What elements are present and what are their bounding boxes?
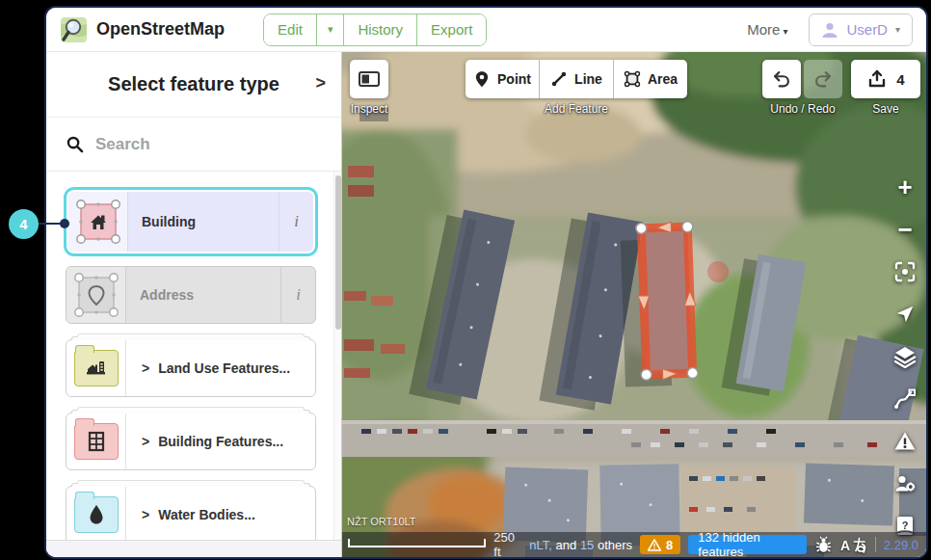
category-label: Building Features... bbox=[158, 434, 283, 449]
land-use-folder-icon bbox=[66, 340, 126, 396]
address-preset-icon bbox=[66, 267, 126, 323]
add-feature-label: Add Feature bbox=[466, 102, 687, 116]
edit-dropdown-caret[interactable]: ▾ bbox=[317, 14, 345, 45]
brand-title: OpenStreetMap bbox=[96, 19, 225, 40]
user-name: UserD bbox=[846, 21, 888, 38]
building-features-folder-icon bbox=[66, 413, 126, 469]
area-icon bbox=[624, 70, 641, 88]
inspect-label: Inspect bbox=[342, 102, 396, 116]
geolocate-button[interactable] bbox=[891, 301, 918, 327]
sidebar-footer bbox=[46, 540, 341, 557]
app-window: OpenStreetMap Edit ▾ History Export More… bbox=[46, 8, 926, 557]
topbar-right: More▾ UserD ▾ bbox=[747, 13, 913, 46]
attribution-link[interactable]: nLT, bbox=[529, 538, 552, 552]
expand-chevron-icon: > bbox=[142, 434, 149, 449]
user-settings-icon bbox=[893, 472, 917, 495]
collapse-chevron-icon[interactable]: > bbox=[315, 73, 326, 93]
selected-building-overlay bbox=[635, 222, 699, 381]
report-bug-icon[interactable] bbox=[814, 536, 833, 554]
top-navbar: OpenStreetMap Edit ▾ History Export More… bbox=[46, 8, 926, 52]
imagery-source-label: NŽT ORT10LT bbox=[347, 516, 416, 527]
page-title: Select feature type bbox=[108, 73, 279, 95]
svg-text:?: ? bbox=[902, 519, 909, 530]
svg-text:A: A bbox=[840, 538, 850, 553]
search-row bbox=[46, 118, 341, 172]
bottombar-divider bbox=[875, 537, 876, 552]
sidebar-header: Select feature type > bbox=[46, 52, 341, 118]
redo-button[interactable] bbox=[804, 60, 842, 98]
issues-count-badge[interactable]: 8 bbox=[640, 535, 680, 554]
feature-item-label: Building bbox=[128, 192, 279, 252]
navigation-arrow-icon bbox=[894, 304, 916, 325]
callout-step-badge: 4 bbox=[9, 209, 39, 239]
add-feature-group: Point Line bbox=[466, 60, 687, 98]
redo-icon bbox=[812, 68, 834, 90]
map-side-toolbar: + − bbox=[891, 173, 918, 539]
info-icon[interactable]: i bbox=[279, 192, 313, 252]
feature-type-list: Building i bbox=[46, 172, 333, 540]
info-icon[interactable]: i bbox=[280, 267, 315, 323]
user-menu-button[interactable]: UserD ▾ bbox=[809, 13, 913, 46]
building-preset-icon bbox=[68, 192, 128, 252]
more-menu-button[interactable]: More▾ bbox=[747, 21, 787, 38]
user-avatar-icon bbox=[821, 21, 838, 39]
category-land-use-features[interactable]: > Land Use Features... bbox=[66, 339, 316, 397]
feature-item-address[interactable]: Address i bbox=[66, 266, 316, 324]
scrollbar-thumb[interactable] bbox=[335, 175, 341, 330]
add-line-button[interactable]: Line bbox=[540, 60, 614, 98]
hidden-features-badge[interactable]: 132 hidden features bbox=[688, 535, 807, 554]
search-input[interactable] bbox=[95, 135, 288, 154]
inspect-button[interactable] bbox=[350, 60, 388, 98]
expand-chevron-icon: > bbox=[142, 507, 149, 522]
save-button[interactable]: 4 bbox=[851, 60, 920, 98]
edit-button[interactable]: Edit bbox=[264, 14, 317, 45]
issues-button[interactable] bbox=[891, 428, 918, 454]
save-upload-icon bbox=[866, 68, 888, 90]
zoom-to-selection-button[interactable] bbox=[891, 258, 918, 284]
save-label: Save bbox=[851, 102, 920, 116]
add-area-button[interactable]: Area bbox=[614, 60, 687, 98]
zoom-out-button[interactable]: − bbox=[891, 216, 918, 242]
version-label[interactable]: 2.29.0 bbox=[884, 538, 920, 552]
save-count-badge: 4 bbox=[896, 71, 904, 88]
category-label: Land Use Features... bbox=[158, 360, 290, 376]
scale-bar bbox=[348, 539, 486, 547]
water-bodies-folder-icon bbox=[66, 487, 126, 540]
screenshot-stage: OpenStreetMap Edit ▾ History Export More… bbox=[0, 0, 931, 560]
map-canvas[interactable]: Inspect Point Line bbox=[342, 52, 926, 557]
undo-icon bbox=[771, 68, 792, 90]
undo-redo-label: Undo / Redo bbox=[747, 102, 859, 116]
osm-brand[interactable]: OpenStreetMap bbox=[60, 15, 225, 44]
sidebar-scrollbar[interactable] bbox=[333, 172, 341, 540]
warning-icon bbox=[648, 539, 661, 551]
sidebar: Select feature type > bbox=[46, 52, 342, 557]
attribution-others-link[interactable]: 15 bbox=[580, 538, 594, 552]
more-caret-icon: ▾ bbox=[783, 26, 787, 37]
map-data-icon bbox=[893, 387, 917, 411]
map-data-button[interactable] bbox=[891, 386, 918, 412]
scale-text: 250 ft bbox=[493, 530, 521, 557]
layers-button[interactable] bbox=[891, 343, 918, 369]
undo-button[interactable] bbox=[762, 60, 801, 98]
user-caret-icon: ▾ bbox=[895, 24, 900, 35]
attribution: nLT, and 15 others bbox=[529, 538, 632, 552]
export-button[interactable]: Export bbox=[417, 14, 486, 45]
add-point-button[interactable]: Point bbox=[466, 60, 540, 98]
map-bottom-bar: 250 ft nLT, and 15 others 8 132 hidden f… bbox=[342, 532, 926, 557]
point-icon bbox=[473, 70, 491, 88]
history-button[interactable]: History bbox=[344, 14, 417, 45]
zoom-in-button[interactable]: + bbox=[891, 173, 918, 200]
aerial-imagery bbox=[342, 52, 926, 557]
inspect-toggle-icon bbox=[358, 67, 381, 91]
category-building-features[interactable]: > Building Features... bbox=[66, 413, 316, 470]
translate-icon[interactable]: A bbox=[840, 537, 867, 553]
focus-icon bbox=[893, 260, 917, 283]
preferences-button[interactable] bbox=[891, 470, 918, 496]
feature-item-building[interactable]: Building i bbox=[68, 192, 313, 252]
osm-logo-icon bbox=[60, 15, 89, 44]
line-icon bbox=[550, 70, 568, 88]
expand-chevron-icon: > bbox=[142, 360, 149, 376]
warning-triangle-icon bbox=[893, 430, 917, 453]
category-label: Water Bodies... bbox=[158, 507, 255, 522]
category-water-bodies[interactable]: > Water Bodies... bbox=[66, 486, 316, 540]
